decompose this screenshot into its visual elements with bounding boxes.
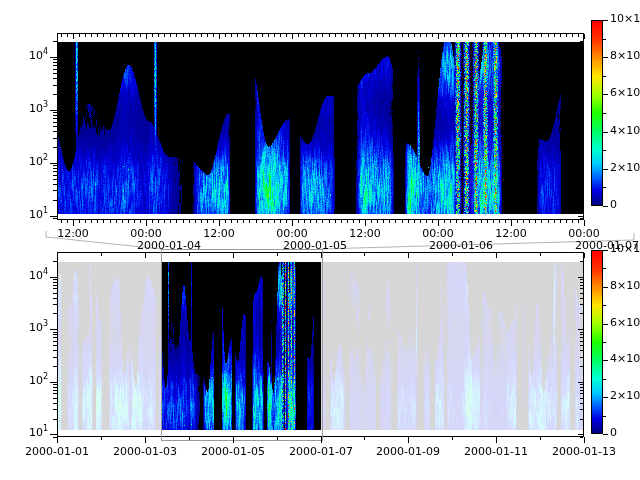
- detail-x-minor-tick: [578, 220, 579, 223]
- detail-x-minor-tick: [475, 220, 476, 223]
- detail-x-major-tick-top: [219, 34, 220, 39]
- context-y-minor-tick: [53, 332, 57, 333]
- detail-colorbar-tick-label: 2×107: [610, 161, 640, 174]
- detail-y-minor-tick: [53, 122, 57, 123]
- detail-x-minor-tick: [164, 220, 165, 223]
- detail-colorbar-major-tick: [603, 57, 608, 58]
- detail-x-minor-tick-top: [535, 34, 536, 37]
- context-y-minor-tick-right: [580, 304, 583, 305]
- detail-x-minor-tick-top: [329, 34, 330, 37]
- detail-y-minor-tick: [53, 62, 57, 63]
- detail-x-minor-tick-top: [310, 34, 311, 37]
- detail-colorbar-major-tick: [603, 169, 608, 170]
- context-colorbar-tick-label: 6×107: [610, 316, 640, 329]
- context-colorbar-major-tick: [603, 250, 608, 251]
- detail-x-major-tick-top: [73, 34, 74, 39]
- context-y-minor-tick-right: [580, 279, 583, 280]
- detail-x-minor-tick: [402, 220, 403, 223]
- context-colorbar-major-tick: [603, 360, 608, 361]
- detail-colorbar-major-tick: [603, 94, 608, 95]
- detail-plot-frame: [57, 33, 584, 220]
- context-colorbar-major-tick: [603, 397, 608, 398]
- detail-y-minor-tick-right: [580, 165, 583, 166]
- detail-y-minor-tick-right: [580, 73, 583, 74]
- detail-y-minor-tick: [53, 85, 57, 86]
- detail-y-major-tick: [50, 163, 57, 164]
- context-x-minor-tick-top: [277, 253, 278, 256]
- detail-y-minor-tick-right: [580, 112, 583, 113]
- context-colorbar-tick-label: 0: [610, 426, 617, 439]
- context-y-minor-tick-right: [580, 345, 583, 346]
- detail-x-minor-tick-top: [560, 34, 561, 37]
- detail-x-minor-tick: [353, 220, 354, 223]
- context-x-minor-tick-top: [189, 253, 190, 256]
- detail-x-major-tick: [292, 220, 293, 226]
- detail-x-minor-tick-top: [341, 34, 342, 37]
- detail-y-minor-tick-right: [580, 65, 583, 66]
- detail-x-minor-tick: [195, 220, 196, 223]
- context-y-minor-tick-right: [580, 334, 583, 335]
- context-y-major-tick: [50, 277, 57, 278]
- detail-x-minor-tick: [322, 220, 323, 223]
- detail-x-minor-tick-top: [371, 34, 372, 37]
- context-y-minor-tick: [53, 398, 57, 399]
- detail-y-minor-tick-right: [580, 184, 583, 185]
- detail-x-minor-tick: [189, 220, 190, 223]
- context-colorbar-tick-label: 10×107: [610, 242, 640, 255]
- context-y-minor-tick: [53, 409, 57, 410]
- context-y-major-tick-right: [578, 434, 583, 435]
- context-y-minor-tick-right: [580, 390, 583, 391]
- detail-x-minor-tick: [152, 220, 153, 223]
- detail-colorbar: [591, 20, 603, 206]
- detail-x-minor-tick: [548, 220, 549, 223]
- context-colorbar-minor-tick: [603, 416, 606, 417]
- context-y-minor-tick-right: [580, 437, 583, 438]
- detail-x-minor-tick-top: [572, 34, 573, 37]
- detail-y-minor-tick: [53, 69, 57, 70]
- detail-x-minor-tick-top: [578, 34, 579, 37]
- detail-x-major-tick: [511, 220, 512, 226]
- detail-x-minor-tick: [243, 220, 244, 223]
- detail-y-minor-tick-right: [580, 138, 583, 139]
- context-x-tick-label: 2000-01-07: [289, 445, 353, 458]
- context-y-minor-tick: [53, 288, 57, 289]
- detail-y-minor-tick: [53, 73, 57, 74]
- detail-y-tick-label: 103: [4, 102, 48, 115]
- detail-x-minor-tick-top: [61, 34, 62, 37]
- detail-x-minor-tick: [456, 220, 457, 223]
- detail-x-minor-tick-top: [426, 34, 427, 37]
- context-x-major-tick: [57, 437, 58, 443]
- detail-x-minor-tick: [371, 220, 372, 223]
- exponent: 4: [43, 267, 48, 276]
- detail-y-minor-tick: [53, 218, 57, 219]
- context-y-minor-tick-right: [580, 398, 583, 399]
- detail-x-minor-tick-top: [541, 34, 542, 37]
- detail-x-minor-tick: [274, 220, 275, 223]
- detail-x-minor-tick-top: [122, 34, 123, 37]
- detail-y-minor-tick-right: [580, 69, 583, 70]
- exponent: 1: [43, 424, 48, 433]
- detail-y-minor-tick: [53, 118, 57, 119]
- detail-x-minor-tick-top: [481, 34, 482, 37]
- detail-x-minor-tick-top: [140, 34, 141, 37]
- detail-x-minor-tick-top: [195, 34, 196, 37]
- context-y-minor-tick: [53, 350, 57, 351]
- detail-y-minor-tick-right: [580, 78, 583, 79]
- detail-x-minor-tick: [359, 220, 360, 223]
- detail-x-minor-tick-top: [529, 34, 530, 37]
- detail-x-minor-tick: [176, 220, 177, 223]
- context-x-minor-tick: [452, 437, 453, 440]
- context-x-major-tick: [584, 437, 585, 443]
- detail-x-minor-tick: [170, 220, 171, 223]
- detail-x-minor-tick: [103, 220, 104, 223]
- context-y-minor-tick: [53, 279, 57, 280]
- detail-y-tick-label: 104: [4, 49, 48, 62]
- zoom-selection-box[interactable]: [161, 249, 323, 441]
- detail-y-minor-tick: [53, 168, 57, 169]
- detail-x-minor-tick: [122, 220, 123, 223]
- context-colorbar-minor-tick: [603, 379, 606, 380]
- context-y-minor-tick: [53, 419, 57, 420]
- detail-x-date-label: 2000-01-05: [283, 239, 347, 252]
- detail-x-minor-tick-top: [548, 34, 549, 37]
- context-colorbar-minor-tick: [603, 305, 606, 306]
